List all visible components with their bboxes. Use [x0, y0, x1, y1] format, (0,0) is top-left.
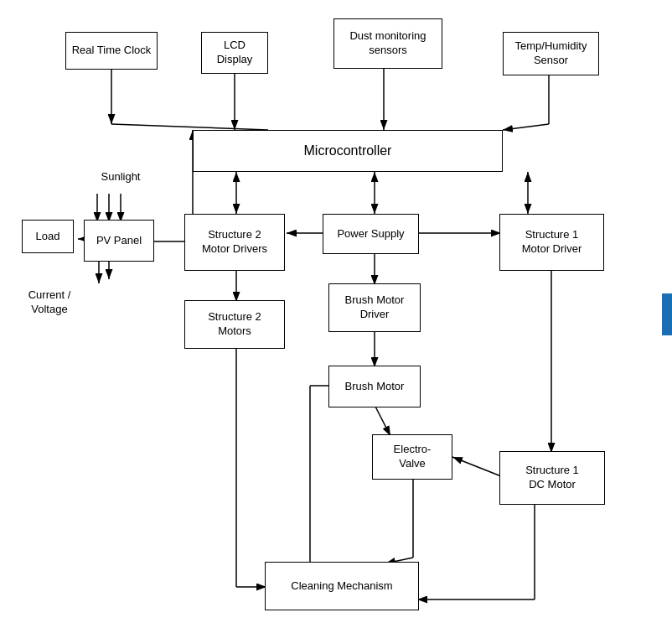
lcd-display-label: LCDDisplay [217, 39, 253, 67]
svg-line-24 [452, 457, 501, 476]
diagram: Real Time Clock LCDDisplay Dust monitori… [0, 0, 672, 628]
svg-line-3 [111, 124, 268, 130]
current-voltage-box: Current /Voltage [15, 285, 84, 320]
power-supply-box: Power Supply [323, 214, 419, 254]
cleaning-mechanism-label: Cleaning Mechanism [291, 579, 392, 594]
structure2-motor-drivers-label: Structure 2Motor Drivers [202, 228, 267, 257]
structure2-motors-label: Structure 2Motors [208, 310, 261, 339]
power-supply-label: Power Supply [337, 227, 404, 241]
pv-panel-label: PV Panel [96, 234, 142, 248]
current-voltage-label: Current /Voltage [28, 288, 71, 317]
structure2-motor-drivers-box: Structure 2Motor Drivers [184, 214, 285, 271]
structure2-motors-box: Structure 2Motors [184, 300, 285, 349]
electro-valve-box: Electro-Valve [372, 434, 452, 480]
pv-panel-box: PV Panel [84, 220, 154, 262]
svg-line-7 [503, 124, 549, 130]
microcontroller-label: Microcontroller [304, 143, 392, 160]
structure1-motor-driver-label: Structure 1Motor Driver [522, 228, 582, 257]
microcontroller-box: Microcontroller [193, 130, 503, 172]
real-time-clock-label: Real Time Clock [72, 44, 152, 58]
lcd-display-box: LCDDisplay [201, 32, 268, 74]
blue-tab [662, 293, 672, 335]
electro-valve-label: Electro-Valve [394, 443, 432, 471]
sunlight-box: Sunlight [84, 162, 158, 192]
load-label: Load [36, 230, 60, 244]
structure1-dc-motor-label: Structure 1DC Motor [525, 464, 579, 492]
real-time-clock-box: Real Time Clock [65, 32, 158, 70]
structure1-dc-motor-box: Structure 1DC Motor [499, 451, 605, 505]
load-box: Load [22, 220, 74, 253]
cleaning-mechanism-box: Cleaning Mechanism [265, 562, 419, 610]
sunlight-label: Sunlight [101, 170, 141, 184]
svg-line-22 [375, 405, 390, 436]
temp-humidity-box: Temp/HumiditySensor [503, 32, 599, 75]
brush-motor-label: Brush Motor [345, 380, 405, 394]
temp-humidity-label: Temp/HumiditySensor [515, 39, 587, 68]
brush-motor-driver-box: Brush MotorDriver [328, 283, 421, 332]
brush-motor-driver-label: Brush MotorDriver [345, 293, 405, 322]
structure1-motor-driver-box: Structure 1Motor Driver [499, 214, 604, 271]
dust-sensors-box: Dust monitoringsensors [333, 18, 442, 69]
brush-motor-box: Brush Motor [328, 366, 421, 407]
dust-sensors-label: Dust monitoringsensors [349, 29, 426, 58]
